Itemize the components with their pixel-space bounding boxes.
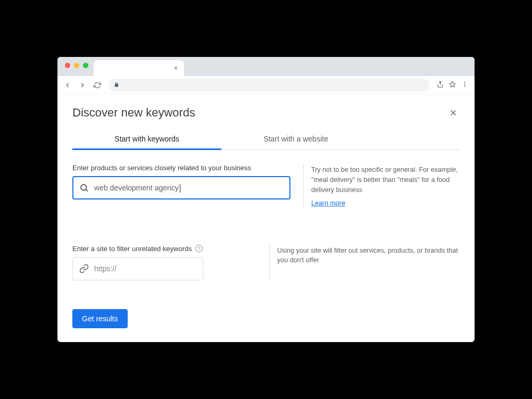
svg-line-7 xyxy=(86,190,87,192)
get-results-button[interactable]: Get results xyxy=(72,309,128,328)
site-field-label: Enter a site to filter unrelated keyword… xyxy=(72,245,203,253)
site-input[interactable]: https:// xyxy=(72,257,203,280)
window-minimize-icon[interactable] xyxy=(74,63,79,68)
window-close-icon[interactable] xyxy=(65,63,70,68)
browser-tab[interactable]: × xyxy=(94,60,184,76)
close-button[interactable] xyxy=(447,106,460,119)
keyword-section: Enter products or services closely relat… xyxy=(72,164,460,207)
tab-start-with-website[interactable]: Start with a website xyxy=(221,129,370,149)
reload-icon[interactable] xyxy=(94,81,101,89)
site-input-placeholder: https:// xyxy=(94,264,117,273)
svg-point-2 xyxy=(464,84,465,85)
address-bar[interactable] xyxy=(109,79,429,92)
keyword-input-value: web development agency xyxy=(94,184,284,193)
site-help-text: Using your site will filter out services… xyxy=(277,246,460,266)
learn-more-link[interactable]: Learn more xyxy=(311,200,345,207)
page-content: Discover new keywords Start with keyword… xyxy=(57,94,475,342)
keyword-help-text: Try not to be too specific or general. F… xyxy=(311,165,460,195)
browser-toolbar xyxy=(57,76,475,94)
window-maximize-icon[interactable] xyxy=(83,63,88,68)
svg-point-3 xyxy=(464,86,465,87)
browser-tab-bar: × xyxy=(57,57,475,76)
keyword-input[interactable]: web development agency xyxy=(72,176,290,200)
keyword-field-label: Enter products or services closely relat… xyxy=(72,164,290,172)
lock-icon xyxy=(114,82,119,88)
star-icon[interactable] xyxy=(449,81,456,89)
back-icon[interactable] xyxy=(64,81,71,89)
search-icon xyxy=(79,183,89,193)
tab-close-icon[interactable]: × xyxy=(174,64,178,72)
svg-point-6 xyxy=(81,185,87,190)
header-row: Discover new keywords xyxy=(72,106,460,120)
share-icon[interactable] xyxy=(437,81,444,89)
svg-marker-0 xyxy=(450,81,455,87)
forward-icon[interactable] xyxy=(79,81,86,89)
svg-point-1 xyxy=(464,82,465,83)
submit-row: Get results xyxy=(72,309,460,328)
window-controls xyxy=(63,57,88,72)
tab-start-with-keywords[interactable]: Start with keywords xyxy=(72,129,221,149)
browser-window: × Disc xyxy=(57,57,475,342)
toolbar-right xyxy=(437,81,468,89)
link-icon xyxy=(79,264,89,273)
content-tabs: Start with keywords Start with a website xyxy=(72,129,460,150)
text-cursor xyxy=(180,184,180,193)
menu-icon[interactable] xyxy=(461,81,468,89)
help-icon[interactable]: ? xyxy=(195,245,203,252)
site-section: Enter a site to filter unrelated keyword… xyxy=(72,245,460,280)
page-title: Discover new keywords xyxy=(72,106,195,120)
